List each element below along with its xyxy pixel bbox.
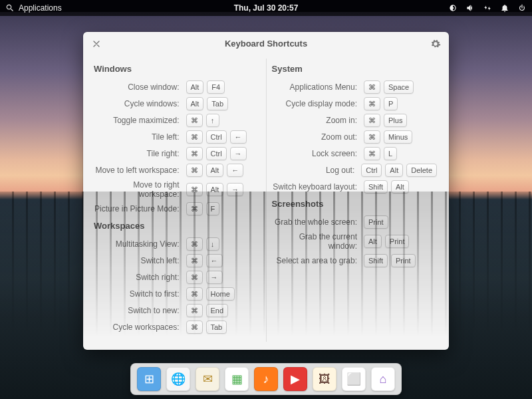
shortcut-row: Switch keyboard layout:ShiftAlt	[269, 180, 438, 194]
shortcut-keys: AltPrint	[364, 235, 437, 248]
shortcut-label: Switch to new:	[91, 306, 186, 315]
gear-icon[interactable]	[430, 39, 441, 49]
section-heading-workspaces: Workspaces	[94, 221, 259, 231]
shortcut-keys: ⌘Home	[186, 287, 259, 301]
applications-menu-label: Applications	[19, 3, 62, 13]
close-icon[interactable]	[91, 39, 102, 49]
keycap: F	[206, 202, 220, 215]
shortcut-label: Tile right:	[91, 149, 186, 158]
keycap: End	[206, 304, 229, 317]
applications-menu-button[interactable]: Applications	[5, 3, 62, 13]
shortcut-label: Zoom in:	[269, 116, 364, 125]
keycap: Tab	[207, 97, 228, 110]
section-heading-system: System	[272, 64, 438, 74]
keycap: Print	[391, 254, 416, 267]
dialog-title: Keyboard Shortcuts	[102, 39, 430, 49]
network-icon[interactable]	[483, 3, 492, 13]
shortcut-row: Tile right:⌘Ctrl→	[91, 147, 259, 160]
shortcut-row: Switch right:⌘→	[91, 271, 259, 284]
keycap: Print	[385, 235, 410, 248]
shortcut-row: Select an area to grab:ShiftPrint	[269, 254, 438, 267]
search-icon	[5, 3, 15, 13]
shortcut-label: Toggle maximized:	[91, 116, 186, 125]
shortcut-keys: CtrlAltDelete	[361, 164, 437, 177]
night-light-icon[interactable]	[448, 3, 458, 13]
dock-item-mail[interactable]: ✉	[196, 367, 219, 391]
keycap: ⌘	[364, 147, 380, 160]
shortcut-row: Grab the whole screen:Print	[269, 215, 438, 229]
keycap: ⌘	[186, 164, 203, 177]
keycap: Shift	[364, 180, 388, 194]
shortcut-keys: ⌘→	[186, 271, 259, 284]
dock-item-web-browser[interactable]: 🌐	[166, 367, 190, 391]
shortcut-label: Grab the current window:	[269, 232, 364, 251]
shortcut-label: Grab the whole screen:	[269, 217, 364, 227]
shortcut-keys: ⌘Alt→	[186, 183, 259, 196]
shortcut-column-left: Windows Close window:AltF4Cycle windows:…	[88, 59, 267, 342]
keycap: ⌘	[186, 114, 203, 127]
shortcut-row: Cycle workspaces:⌘Tab	[91, 321, 259, 334]
shortcut-row: Log out:CtrlAltDelete	[269, 164, 438, 177]
shortcut-row: Tile left:⌘Ctrl←	[91, 130, 259, 144]
shortcut-label: Multitasking View:	[91, 239, 186, 249]
keycap: Alt	[206, 183, 224, 196]
shortcut-keys: Print	[364, 215, 437, 229]
panel-clock[interactable]: Thu, Jul 30 20:57	[234, 3, 299, 13]
keycap: Alt	[186, 97, 204, 110]
keycap: Ctrl	[206, 147, 227, 160]
shortcut-label: Zoom out:	[269, 132, 364, 142]
keycap: ⌘	[186, 237, 203, 251]
volume-icon[interactable]	[466, 3, 475, 13]
keycap: ←	[230, 130, 247, 144]
shortcut-row: Toggle maximized:⌘↑	[91, 114, 259, 127]
shortcut-keys: ⌘Plus	[364, 114, 437, 127]
keycap: →	[206, 271, 223, 284]
shortcut-keys: ⌘F	[186, 202, 259, 215]
keyboard-shortcuts-dialog: Keyboard Shortcuts Windows Close window:…	[83, 32, 449, 350]
shortcut-row: Switch to first:⌘Home	[91, 287, 259, 301]
keycap: ⌘	[364, 97, 380, 110]
notifications-icon[interactable]	[500, 3, 509, 13]
keycap: Alt	[385, 164, 403, 177]
dock-item-music[interactable]: ♪	[254, 367, 278, 391]
shortcut-label: Switch to first:	[91, 289, 186, 299]
dock-item-calendar[interactable]: ▦	[225, 367, 249, 391]
svg-point-0	[452, 7, 454, 9]
dock-item-multitasking-view[interactable]: ⊞	[137, 367, 161, 391]
shortcut-row: Lock screen:⌘L	[269, 147, 438, 160]
shortcut-label: Switch left:	[91, 256, 186, 265]
keycap: Space	[384, 80, 414, 94]
dock-item-appcenter[interactable]: ⌂	[371, 367, 395, 391]
shortcut-label: Cycle workspaces:	[91, 323, 186, 332]
keycap: →	[230, 147, 247, 160]
keycap: ←	[227, 164, 243, 177]
shortcut-label: Move to left workspace:	[91, 166, 186, 175]
keycap: ⌘	[186, 254, 203, 267]
shortcut-label: Applications Menu:	[269, 82, 364, 92]
shortcut-keys: ⌘End	[186, 304, 259, 317]
shortcut-keys: ⌘P	[364, 97, 437, 110]
keycap: Alt	[364, 235, 382, 248]
dock-item-switchboard[interactable]: ⬜	[342, 367, 366, 391]
shortcut-label: Switch right:	[91, 273, 186, 282]
keycap: ⌘	[186, 287, 203, 301]
shortcut-keys: ShiftAlt	[364, 180, 437, 194]
power-icon[interactable]	[517, 3, 527, 13]
shortcut-row: Picture in Picture Mode:⌘F	[91, 202, 259, 215]
keycap: ⌘	[186, 271, 203, 284]
dock-item-videos[interactable]: ▶	[283, 367, 307, 391]
shortcut-keys: ⌘Alt←	[186, 164, 259, 177]
shortcut-label: Cycle windows:	[91, 99, 186, 108]
shortcut-label: Move to right workspace:	[91, 180, 186, 199]
keycap: P	[384, 97, 398, 110]
shortcut-row: Switch left:⌘←	[91, 254, 259, 267]
dock-item-photos[interactable]: 🖼	[313, 367, 336, 391]
keycap: ⌘	[186, 147, 203, 160]
keycap: ⌘	[186, 202, 203, 215]
shortcut-keys: ⌘↑	[186, 114, 259, 127]
shortcut-keys: ⌘Minus	[364, 130, 437, 144]
keycap: ⌘	[186, 183, 203, 196]
keycap: Print	[364, 215, 388, 229]
keycap: Ctrl	[206, 130, 227, 144]
shortcut-row: Grab the current window:AltPrint	[269, 232, 438, 251]
